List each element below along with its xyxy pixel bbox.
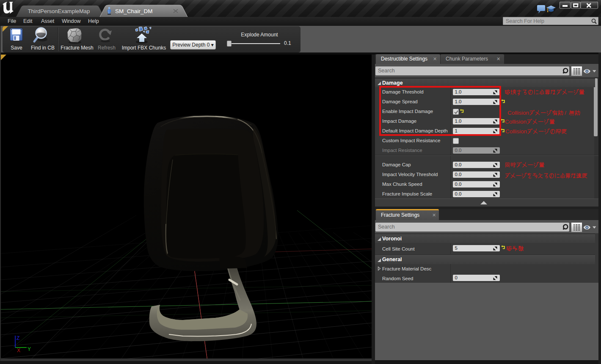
svg-text:SM_Chair_DM: SM_Chair_DM <box>115 8 153 14</box>
svg-text:Y: Y <box>28 346 31 352</box>
svg-text:X: X <box>17 347 20 353</box>
svg-text:ThirdPersonExampleMap: ThirdPersonExampleMap <box>28 8 90 14</box>
svg-text:Z: Z <box>17 335 19 341</box>
